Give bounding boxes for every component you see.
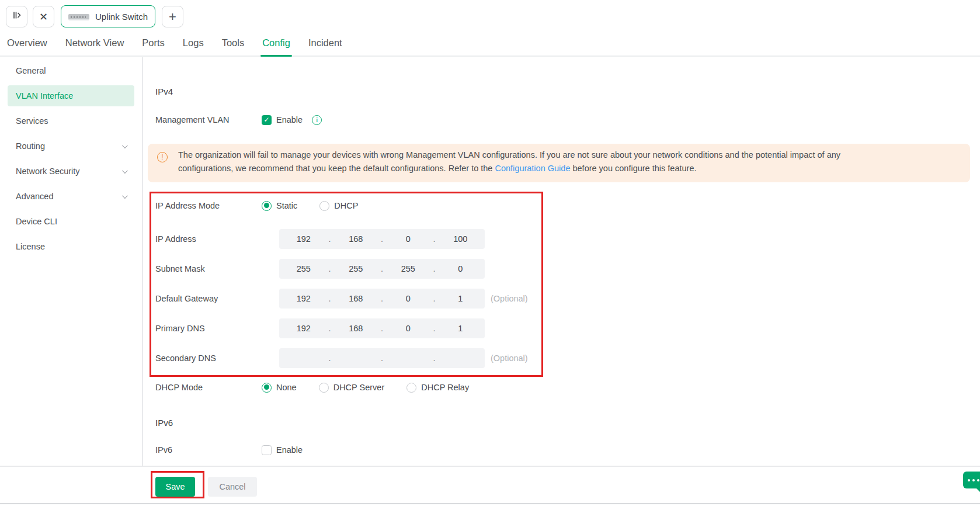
octet-input[interactable]: 168 [332, 294, 381, 303]
sidebar-item-vlan-interface[interactable]: VLAN Interface [8, 85, 134, 106]
sidebar-item-device-cli[interactable]: Device CLI [8, 211, 134, 232]
optional-hint: (Optional) [491, 353, 528, 363]
tab-ports[interactable]: Ports [142, 37, 165, 56]
sidebar-item-advanced[interactable]: Advanced [8, 186, 134, 207]
info-icon[interactable]: i [312, 115, 322, 125]
enable-label: Enable [276, 445, 303, 455]
octet-input[interactable]: 168 [332, 234, 381, 244]
device-tab-uplink-switch[interactable]: Uplink Switch [61, 5, 155, 27]
octet-input[interactable]: 0 [384, 324, 433, 333]
info-glyph: i [316, 116, 317, 123]
ip-address-mode-label: IP Address Mode [155, 201, 262, 210]
plus-icon: + [169, 9, 176, 25]
sidebar-item-license[interactable]: License [8, 236, 134, 257]
octet-input[interactable]: 0 [384, 234, 433, 244]
octet-separator: . [328, 353, 332, 363]
sidebar-item-label: Device CLI [16, 217, 57, 226]
radio-option-dhcp-relay[interactable]: DHCP Relay [406, 383, 469, 393]
config-sidebar: General VLAN Interface Services Routing … [0, 66, 142, 465]
octet-input[interactable]: 255 [384, 264, 433, 273]
octet-input[interactable]: 0 [384, 294, 433, 303]
radio-dhcp-relay[interactable] [406, 383, 416, 393]
ipv6-label: IPv6 [155, 445, 262, 455]
octet-input[interactable]: 100 [436, 234, 485, 244]
radio-dhcp-server[interactable] [319, 383, 329, 393]
radio-none[interactable] [262, 383, 272, 393]
primary-dns-input[interactable]: 192 . 168 . 0 . 1 [279, 318, 485, 338]
subnet-mask-input[interactable]: 255 . 255 . 255 . 0 [279, 259, 485, 279]
warning-glyph: ! [161, 153, 163, 161]
sidebar-item-network-security[interactable]: Network Security [8, 161, 134, 182]
ipv6-enable-checkbox[interactable] [262, 445, 272, 455]
page-bottom-divider [0, 503, 980, 504]
radio-option-dhcp-server[interactable]: DHCP Server [319, 383, 385, 393]
ip-address-mode-row: IP Address Mode Static DHCP [155, 196, 380, 216]
chat-dots-icon [968, 479, 970, 481]
dhcp-mode-row: DHCP Mode None DHCP Server DHCP Relay [155, 377, 491, 397]
primary-dns-label: Primary DNS [155, 324, 262, 333]
octet-input[interactable]: 255 [279, 264, 328, 273]
management-vlan-enable-checkbox[interactable]: ✓ [262, 115, 272, 125]
radio-option-dhcp[interactable]: DHCP [319, 201, 358, 211]
configuration-guide-link[interactable]: Configuration Guide [495, 164, 570, 173]
sidebar-item-label: License [16, 242, 45, 251]
sidebar-divider [142, 57, 143, 466]
radio-option-static[interactable]: Static [262, 201, 297, 211]
sidebar-item-label: Routing [16, 141, 45, 151]
octet-input[interactable]: 192 [279, 324, 328, 333]
check-icon: ✓ [263, 116, 269, 124]
default-gateway-label: Default Gateway [155, 294, 262, 303]
tab-logs[interactable]: Logs [183, 37, 204, 56]
radio-dhcp-server-label: DHCP Server [333, 383, 385, 392]
octet-input[interactable]: 192 [279, 234, 328, 244]
radio-none-label: None [276, 383, 297, 392]
sidebar-item-label: General [16, 66, 46, 75]
sidebar-collapse-icon [11, 9, 23, 24]
sidebar-item-general[interactable]: General [8, 66, 134, 81]
tab-incident[interactable]: Incident [308, 37, 342, 56]
radio-static[interactable] [262, 201, 272, 211]
sidebar-item-services[interactable]: Services [8, 110, 134, 131]
octet-input[interactable]: 0 [436, 264, 485, 273]
warning-icon: ! [157, 152, 168, 162]
ip-address-input[interactable]: 192 . 168 . 0 . 100 [279, 229, 485, 249]
subnet-mask-row: Subnet Mask 255 . 255 . 255 . 0 [155, 259, 485, 279]
save-button[interactable]: Save [155, 477, 195, 497]
chevron-down-icon [122, 193, 128, 199]
octet-input[interactable]: 168 [332, 324, 381, 333]
add-tab-button[interactable]: + [162, 6, 183, 27]
chat-dots-icon [977, 479, 979, 481]
secondary-dns-row: Secondary DNS . . . (Optional) [155, 348, 528, 368]
management-vlan-row: Management VLAN ✓ Enable i [155, 110, 322, 130]
enable-label: Enable [276, 115, 303, 124]
tab-config[interactable]: Config [262, 37, 290, 56]
primary-dns-row: Primary DNS 192 . 168 . 0 . 1 [155, 318, 485, 338]
cancel-button[interactable]: Cancel [208, 477, 257, 497]
octet-input[interactable]: 255 [332, 264, 381, 273]
tab-tools[interactable]: Tools [222, 37, 245, 56]
collapse-panel-button[interactable] [6, 6, 27, 27]
radio-static-label: Static [276, 201, 297, 210]
octet-input[interactable]: 1 [436, 324, 485, 333]
radio-dhcp-relay-label: DHCP Relay [421, 383, 469, 392]
tab-overview[interactable]: Overview [7, 37, 47, 56]
nav-tab-bar: Overview Network View Ports Logs Tools C… [0, 33, 980, 57]
default-gateway-input[interactable]: 192 . 168 . 0 . 1 [279, 289, 485, 309]
radio-option-none[interactable]: None [262, 383, 297, 393]
close-tab-button[interactable]: ✕ [33, 6, 54, 27]
secondary-dns-input[interactable]: . . . [279, 348, 485, 368]
tab-network-view[interactable]: Network View [65, 37, 124, 56]
octet-input[interactable]: 1 [436, 294, 485, 303]
warning-text: The organization will fail to manage you… [178, 148, 896, 175]
sidebar-item-label: Advanced [16, 192, 54, 201]
chat-feedback-button[interactable] [963, 472, 980, 488]
sidebar-item-label: VLAN Interface [16, 91, 73, 100]
default-gateway-row: Default Gateway 192 . 168 . 0 . 1 (Optio… [155, 289, 528, 309]
octet-separator: . [380, 353, 384, 363]
ip-address-label: IP Address [155, 234, 262, 244]
radio-dhcp[interactable] [319, 201, 329, 211]
close-icon: ✕ [39, 11, 48, 23]
octet-input[interactable]: 192 [279, 294, 328, 303]
sidebar-item-routing[interactable]: Routing [8, 136, 134, 157]
optional-hint: (Optional) [491, 294, 528, 303]
